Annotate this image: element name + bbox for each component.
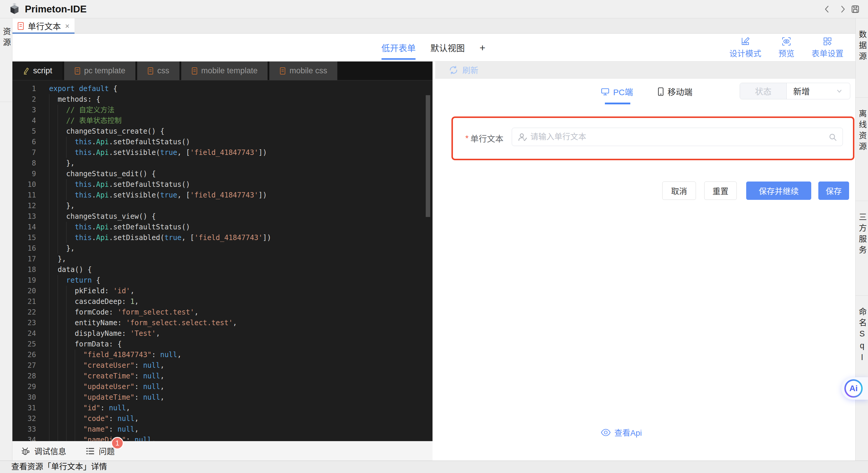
rail-item-offline-resources[interactable]: 离线资源 [856,98,868,201]
form-settings-icon [823,37,832,46]
preview-label: 预览 [778,47,795,59]
code-text: methods: { [49,94,100,105]
line-number: 4 [12,115,36,126]
rail-item-resources[interactable]: 资源 [0,18,12,102]
nav-forward-icon[interactable] [838,5,847,13]
indent-guide [58,190,58,200]
code-line: 7 this.Api.setVisible(true, ['field_4184… [12,147,433,158]
code-line: 12 }, [12,200,433,211]
code-text: changeStatus_view() { [49,211,156,222]
save-and-continue-button[interactable]: 保存并继续 [746,182,811,200]
tab-default-view[interactable]: 默认视图 [430,34,465,62]
form-canvas: * 单行文本 取消 重置 保存并继续 保存 查看Api [435,107,855,461]
rail-item-thirdparty-services[interactable]: 三方服务 [856,201,868,296]
code-line: 17 }, [12,254,433,264]
line-number: 17 [12,254,36,264]
form-status-select[interactable]: 状态 新增 [740,83,850,99]
editor-scrollbar[interactable] [426,95,430,217]
add-view-button[interactable]: + [479,42,486,54]
line-number: 11 [12,190,36,200]
indent-guide [58,381,58,392]
code-line: 21 cascadeDeep: 1, [12,296,433,307]
editor-tab-script[interactable]: script [12,62,62,80]
line-number: 33 [12,424,36,435]
refresh-label[interactable]: 刷新 [462,64,478,76]
code-line: 10 this.Api.setDefaultStatus() [12,179,433,190]
line-number: 22 [12,307,36,317]
view-api-link[interactable]: 查看Api [601,427,642,438]
code-line: 18 data() { [12,264,433,275]
code-line: 14 this.Api.setDefaultStatus() [12,222,433,232]
reset-button[interactable]: 重置 [704,182,737,200]
line-number: 6 [12,136,36,147]
close-icon[interactable]: × [65,22,69,31]
code-area[interactable]: 1export default {2 methods: {3 // 自定义方法4… [12,80,433,441]
nav-back-icon[interactable] [823,5,831,13]
save-button[interactable]: 保存 [818,182,849,200]
tab-pc-view[interactable]: PC端 [601,78,633,104]
editor-tab-css[interactable]: css [137,62,180,80]
line-number: 2 [12,94,36,105]
rail-item-datasource[interactable]: 数据源 [856,18,868,98]
user-check-icon [517,132,527,142]
ai-icon-label: Ai [846,381,861,396]
code-text: this.Api.setDisabled(true, ['field_41847… [49,232,271,243]
indent-guide [58,296,58,307]
line-number: 19 [12,275,36,286]
app-title: Primeton-IDE [25,0,87,18]
left-rail: 资源 [0,18,12,461]
code-line: 28 "createTime": null, [12,371,433,381]
line-number: 30 [12,392,36,403]
indent-guide [49,381,50,392]
selected-field-highlight[interactable]: * 单行文本 [452,117,855,160]
line-number: 27 [12,360,36,371]
single-line-text-input[interactable] [530,128,820,146]
code-line: 11 this.Api.setVisible(true, ['field_418… [12,190,433,200]
save-icon[interactable] [851,5,860,13]
ai-assistant-button[interactable]: Ai [841,377,868,400]
tab-lowcode-form[interactable]: 低开表单 [381,34,416,62]
preview-icon [782,37,791,46]
indent-guide [49,264,50,275]
indent-guide [75,392,75,403]
code-line: 33 "name": null, [12,424,433,435]
indent-guide [58,200,58,211]
code-text: export default { [49,83,117,94]
code-text: this.Api.setDefaultStatus() [49,179,190,190]
editor-tab-mobile-css[interactable]: mobile css [269,62,337,80]
refresh-icon[interactable] [449,65,458,75]
code-text: formCode: 'form_select.test', [49,307,199,317]
tab-mobile-view[interactable]: 移动端 [657,78,692,104]
view-tabs: 低开表单 默认视图 + [381,34,486,62]
indent-guide [49,222,50,232]
indent-guide [49,200,50,211]
design-mode-button[interactable]: 设计模式 [730,37,761,59]
indent-guide [75,381,75,392]
indent-guide [49,147,50,158]
code-text: "code": null, [49,413,138,424]
indent-guide [58,222,58,232]
problems-button[interactable]: 问题 1 [86,445,115,457]
design-mode-label: 设计模式 [730,47,761,59]
doc-tab-single-line-text[interactable]: 单行文本 × [12,18,74,34]
code-text: entityName: 'form_select.select.test', [49,317,237,328]
indent-guide [58,179,58,190]
indent-guide [75,349,75,360]
debug-bar: 调试信息 问题 1 [12,441,433,461]
indent-guide [49,136,50,147]
code-line: 13 changeStatus_view() { [12,211,433,222]
editor-tab-mobile-template[interactable]: mobile template [181,62,268,80]
form-settings-button[interactable]: 表单设置 [811,37,843,59]
preview-button[interactable]: 预览 [778,37,795,59]
indent-guide [49,158,50,168]
file-icon [74,67,81,75]
cancel-button[interactable]: 取消 [662,182,696,200]
code-line: 2 methods: { [12,94,433,105]
code-line: 23 entityName: 'form_select.select.test'… [12,317,433,328]
indent-guide [49,328,50,339]
indent-guide [58,403,58,413]
search-icon[interactable] [828,133,837,141]
indent-guide [75,403,75,413]
debug-info-button[interactable]: 调试信息 [21,445,66,457]
editor-tab-pc-template[interactable]: pc template [64,62,136,80]
